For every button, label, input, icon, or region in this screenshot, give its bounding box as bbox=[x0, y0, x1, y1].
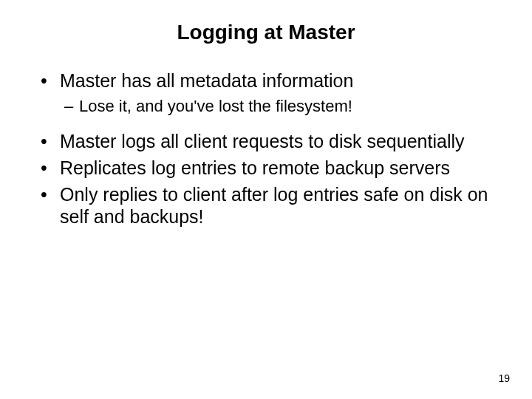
page-number: 19 bbox=[498, 372, 510, 384]
bullet-item: Master logs all client requests to disk … bbox=[41, 130, 510, 152]
slide-title: Logging at Master bbox=[22, 21, 510, 44]
bullet-list: Master has all metadata information Lose… bbox=[22, 69, 510, 228]
bullet-item: Master has all metadata information bbox=[41, 69, 510, 92]
sub-item: Lose it, and you've lost the filesystem! bbox=[64, 96, 510, 117]
bullet-item: Replicates log entries to remote backup … bbox=[41, 157, 510, 179]
bullet-item: Only replies to client after log entries… bbox=[41, 183, 510, 228]
sub-list: Lose it, and you've lost the filesystem! bbox=[41, 96, 510, 117]
